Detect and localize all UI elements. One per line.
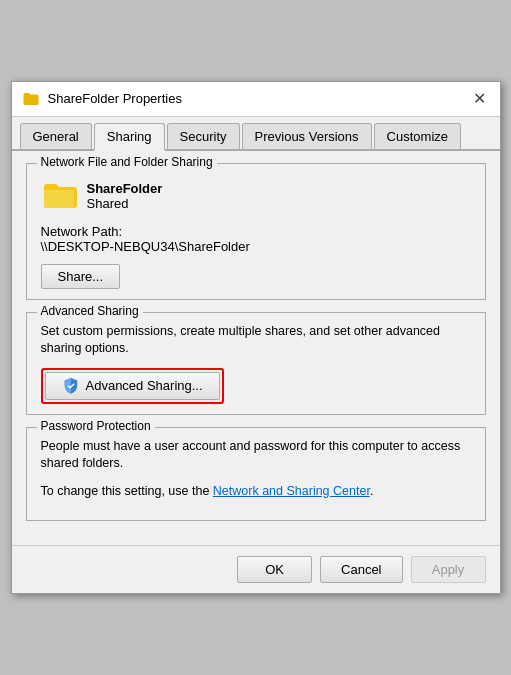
- advanced-sharing-button[interactable]: Advanced Sharing...: [45, 372, 220, 400]
- folder-name: ShareFolder: [87, 181, 163, 196]
- close-button[interactable]: ✕: [470, 91, 490, 107]
- share-button[interactable]: Share...: [41, 264, 121, 289]
- tab-general[interactable]: General: [20, 123, 92, 149]
- folder-info-row: ShareFolder Shared: [41, 178, 471, 214]
- tab-security[interactable]: Security: [167, 123, 240, 149]
- advanced-sharing-button-wrapper: Advanced Sharing...: [41, 368, 224, 404]
- tab-bar: General Sharing Security Previous Versio…: [12, 117, 500, 151]
- share-button-row: Share...: [41, 264, 471, 289]
- title-bar: ShareFolder Properties ✕: [12, 82, 500, 117]
- tab-content: Network File and Folder Sharing ShareFol…: [12, 151, 500, 546]
- folder-details: ShareFolder Shared: [87, 181, 163, 211]
- password-description-2: To change this setting, use the Network …: [41, 483, 471, 501]
- password-protection-section: Password Protection People must have a u…: [26, 427, 486, 522]
- password-protection-legend: Password Protection: [37, 419, 155, 433]
- advanced-sharing-description: Set custom permissions, create multiple …: [41, 323, 471, 358]
- network-sharing-center-link[interactable]: Network and Sharing Center: [213, 484, 370, 498]
- properties-window: ShareFolder Properties ✕ General Sharing…: [11, 81, 501, 595]
- password-description-1: People must have a user account and pass…: [41, 438, 471, 473]
- window-title: ShareFolder Properties: [48, 91, 182, 106]
- cancel-button[interactable]: Cancel: [320, 556, 402, 583]
- tab-sharing[interactable]: Sharing: [94, 123, 165, 151]
- tab-previous-versions[interactable]: Previous Versions: [242, 123, 372, 149]
- bottom-bar: OK Cancel Apply: [12, 545, 500, 593]
- advanced-sharing-button-label: Advanced Sharing...: [86, 378, 203, 393]
- shield-icon: [62, 377, 80, 395]
- title-folder-icon: [22, 90, 40, 108]
- password-desc-suffix: .: [370, 484, 373, 498]
- advanced-sharing-legend: Advanced Sharing: [37, 304, 143, 318]
- network-path-label: Network Path:: [41, 224, 471, 239]
- folder-icon: [41, 178, 77, 214]
- folder-status: Shared: [87, 196, 163, 211]
- password-desc-prefix: To change this setting, use the: [41, 484, 213, 498]
- tab-customize[interactable]: Customize: [374, 123, 461, 149]
- network-sharing-legend: Network File and Folder Sharing: [37, 155, 217, 169]
- advanced-sharing-section: Advanced Sharing Set custom permissions,…: [26, 312, 486, 415]
- apply-button[interactable]: Apply: [411, 556, 486, 583]
- network-path-value: \\DESKTOP-NEBQU34\ShareFolder: [41, 239, 471, 254]
- title-bar-left: ShareFolder Properties: [22, 90, 182, 108]
- ok-button[interactable]: OK: [237, 556, 312, 583]
- network-sharing-section: Network File and Folder Sharing ShareFol…: [26, 163, 486, 300]
